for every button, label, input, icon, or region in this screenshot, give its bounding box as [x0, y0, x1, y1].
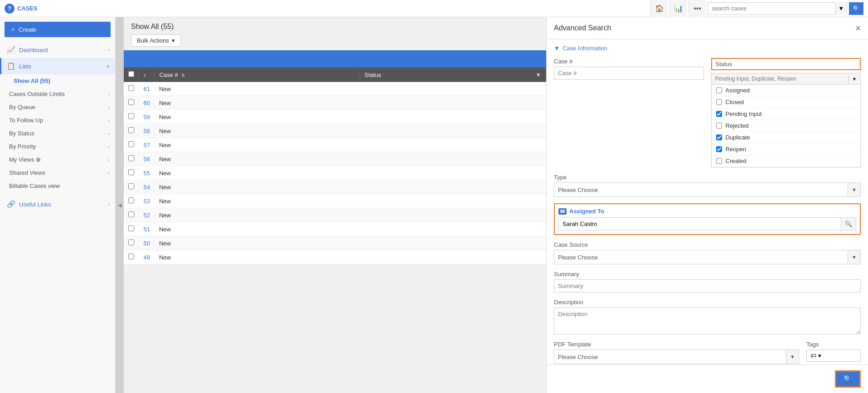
- row-checkbox[interactable]: [128, 85, 134, 91]
- sidebar-subitem-show-all[interactable]: Show All (55): [0, 74, 115, 87]
- status-option-duplicate[interactable]: Duplicate: [712, 132, 861, 144]
- summary-label: Summary: [554, 271, 861, 278]
- case-number-input[interactable]: [554, 67, 704, 80]
- status-option-rejected[interactable]: Rejected: [712, 120, 861, 132]
- status-filter-icon[interactable]: ▼: [535, 72, 541, 78]
- search-dropdown-button[interactable]: ▼: [835, 2, 847, 15]
- case-information-title[interactable]: ▼ Case Information: [554, 45, 861, 52]
- sidebar-item-by-priority[interactable]: By Priority ›: [0, 140, 115, 153]
- row-checkbox[interactable]: [128, 113, 134, 119]
- row-case-number[interactable]: 51: [139, 222, 155, 236]
- collapse-icon: ◀: [118, 202, 121, 208]
- status-checkbox-rejected[interactable]: [716, 123, 722, 129]
- status-option-closed[interactable]: Closed: [712, 96, 861, 108]
- status-dropdown-value-input[interactable]: [712, 73, 849, 84]
- status-option-label-created: Created: [726, 158, 747, 164]
- row-case-number[interactable]: 52: [139, 208, 155, 222]
- bulk-actions-button[interactable]: Bulk Actions ▾: [131, 34, 181, 47]
- sidebar-item-label-dashboard: Dashboard: [19, 47, 48, 53]
- row-extra: [359, 110, 546, 124]
- sidebar-item-useful-links[interactable]: 🔗 Useful Links ›: [0, 196, 115, 212]
- description-textarea[interactable]: [554, 307, 861, 335]
- advanced-search-submit-button[interactable]: 🔍: [835, 370, 861, 388]
- sidebar-item-by-status[interactable]: By Status ›: [0, 127, 115, 140]
- pdf-template-select[interactable]: Please Choose: [554, 351, 786, 363]
- row-case-number[interactable]: 49: [139, 250, 155, 264]
- assigned-to-input[interactable]: [559, 218, 841, 230]
- row-status: New: [155, 208, 359, 222]
- row-case-number[interactable]: 60: [139, 96, 155, 110]
- row-checkbox[interactable]: [128, 127, 134, 133]
- status-option-created[interactable]: Created: [712, 155, 861, 167]
- search-submit-button[interactable]: 🔍: [849, 2, 863, 15]
- home-button[interactable]: 🏠: [650, 0, 668, 17]
- select-all-checkbox[interactable]: [128, 71, 134, 77]
- col-header-prev[interactable]: ‹: [139, 67, 155, 82]
- col-header-status[interactable]: Status ▼: [359, 67, 546, 82]
- row-checkbox[interactable]: [128, 141, 134, 147]
- assigned-to-search-button[interactable]: 🔍: [841, 218, 856, 230]
- sidebar-item-lists[interactable]: 📋 Lists ∨: [0, 58, 115, 74]
- sidebar-collapse-divider[interactable]: ◀: [116, 17, 124, 393]
- row-checkbox[interactable]: [128, 225, 134, 231]
- sidebar-item-to-follow-up[interactable]: To Follow Up ›: [0, 114, 115, 127]
- summary-input[interactable]: [554, 279, 861, 292]
- tag-icon: 🏷: [810, 352, 816, 359]
- search-input[interactable]: [708, 5, 835, 12]
- row-case-number[interactable]: 53: [139, 194, 155, 208]
- col-header-case-number[interactable]: Case # ⇅: [155, 67, 359, 82]
- more-button[interactable]: •••: [689, 0, 706, 17]
- sidebar-item-dashboard[interactable]: 📈 Dashboard ›: [0, 42, 115, 58]
- status-option-pending-input[interactable]: Pending Input: [712, 108, 861, 120]
- create-button[interactable]: ＋ Create: [5, 22, 111, 37]
- row-checkbox[interactable]: [128, 169, 134, 175]
- row-case-number[interactable]: 61: [139, 82, 155, 96]
- pdf-template-dropdown-arrow-icon[interactable]: ▼: [786, 350, 799, 364]
- status-checkbox-duplicate[interactable]: [716, 134, 722, 140]
- row-status: New: [155, 124, 359, 138]
- chart-button[interactable]: 📊: [669, 0, 687, 17]
- status-checkbox-pending-input[interactable]: [716, 111, 722, 117]
- status-dropdown-arrow-icon[interactable]: ▼: [848, 74, 860, 84]
- row-status: New: [155, 96, 359, 110]
- status-checkbox-created[interactable]: [716, 158, 722, 164]
- description-field: Description: [554, 299, 861, 335]
- row-case-number[interactable]: 57: [139, 138, 155, 152]
- sidebar-item-my-views[interactable]: My Views ⊕ ›: [0, 153, 115, 166]
- row-case-number[interactable]: 50: [139, 236, 155, 250]
- row-checkbox[interactable]: [128, 197, 134, 203]
- case-source-select[interactable]: Please Choose: [554, 251, 848, 264]
- row-case-number[interactable]: 54: [139, 180, 155, 194]
- sidebar-section-label-by-priority: By Priority: [9, 143, 36, 150]
- status-checkbox-reopen[interactable]: [716, 146, 722, 152]
- type-field: Type Please Choose ▼: [554, 174, 861, 197]
- row-checkbox[interactable]: [128, 211, 134, 217]
- status-option-assigned[interactable]: Assigned: [712, 85, 861, 96]
- description-label: Description: [554, 299, 861, 306]
- assigned-to-input-row: 🔍: [558, 217, 856, 230]
- type-dropdown-arrow-icon[interactable]: ▼: [848, 183, 860, 196]
- advanced-search-close-button[interactable]: ×: [855, 24, 861, 33]
- status-checkbox-closed[interactable]: [716, 99, 722, 105]
- table-row: 59 New: [124, 110, 546, 124]
- sidebar-item-shared-views[interactable]: Shared Views ›: [0, 166, 115, 179]
- row-checkbox[interactable]: [128, 183, 134, 189]
- row-case-number[interactable]: 58: [139, 124, 155, 138]
- status-checkbox-assigned[interactable]: [716, 87, 722, 93]
- row-case-number[interactable]: 55: [139, 166, 155, 180]
- row-checkbox[interactable]: [128, 155, 134, 161]
- sidebar-item-cases-outside-limits[interactable]: Cases Outside Limits ›: [0, 87, 115, 101]
- row-checkbox[interactable]: [128, 240, 134, 245]
- row-checkbox-cell: [124, 152, 139, 166]
- row-checkbox[interactable]: [128, 99, 134, 105]
- sidebar-item-billable-cases[interactable]: Billable Cases view: [0, 179, 115, 192]
- row-case-number[interactable]: 56: [139, 152, 155, 166]
- sidebar-item-by-queue[interactable]: By Queue ›: [0, 101, 115, 114]
- case-source-dropdown-arrow-icon[interactable]: ▼: [848, 250, 860, 264]
- sidebar-item-label-useful-links: Useful Links: [19, 201, 51, 208]
- tags-dropdown-button[interactable]: 🏷 ▾: [806, 350, 861, 362]
- type-select[interactable]: Please Choose: [554, 184, 848, 196]
- row-checkbox[interactable]: [128, 254, 134, 259]
- row-case-number[interactable]: 59: [139, 110, 155, 124]
- status-option-reopen[interactable]: Reopen: [712, 144, 861, 155]
